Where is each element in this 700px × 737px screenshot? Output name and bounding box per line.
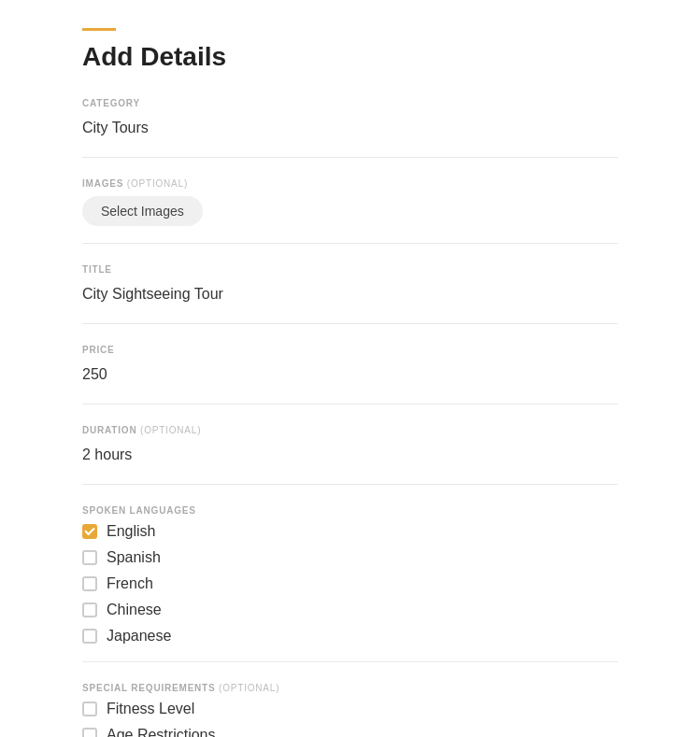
checkbox-label-age: Age Restrictions [107,727,216,737]
checkbox-japanese[interactable] [82,629,97,644]
checkbox-item-chinese[interactable]: Chinese [82,602,618,618]
duration-field: DURATION (OPTIONAL) 2 hours [82,425,618,485]
category-field: CATEGORY City Tours [82,98,618,158]
title-value: City Sightseeing Tour [82,282,618,306]
category-label: CATEGORY [82,98,618,108]
accent-bar [82,28,116,31]
spoken-languages-label: SPOKEN LANGUAGES [82,505,618,516]
checkbox-item-age[interactable]: Age Restrictions [82,727,618,737]
checkbox-spanish[interactable] [82,550,97,565]
special-requirements-field: SPECIAL REQUIREMENTS (OPTIONAL) Fitness … [82,683,618,737]
checkbox-label-french: French [107,575,153,592]
checkbox-chinese[interactable] [82,602,97,617]
category-value: City Tours [82,116,618,140]
checkbox-label-fitness: Fitness Level [107,701,194,717]
checkbox-fitness[interactable] [82,702,97,716]
duration-label: DURATION (OPTIONAL) [82,425,618,435]
checkbox-item-french[interactable]: French [82,575,618,592]
checkbox-age[interactable] [82,728,97,737]
title-field: TITLE City Sightseeing Tour [82,264,618,324]
special-requirements-label: SPECIAL REQUIREMENTS (OPTIONAL) [82,683,618,693]
checkbox-french[interactable] [82,576,97,591]
title-label: TITLE [82,264,618,275]
price-field: PRICE 250 [82,345,618,404]
checkbox-english[interactable] [82,524,97,539]
select-images-button[interactable]: Select Images [82,196,203,226]
special-requirements-list: Fitness LevelAge RestrictionsSpecial Equ… [82,701,618,737]
checkbox-item-fitness[interactable]: Fitness Level [82,701,618,717]
page-title: Add Details [82,42,618,72]
price-label: PRICE [82,345,618,355]
spoken-languages-list: EnglishSpanishFrenchChineseJapanese [82,523,618,645]
checkbox-label-chinese: Chinese [107,602,162,618]
duration-value: 2 hours [82,443,618,467]
spoken-languages-field: SPOKEN LANGUAGES EnglishSpanishFrenchChi… [82,505,618,662]
images-field: IMAGES (OPTIONAL) Select Images [82,178,618,244]
checkbox-label-japanese: Japanese [107,628,171,645]
checkbox-item-spanish[interactable]: Spanish [82,549,618,566]
checkbox-label-english: English [107,523,155,540]
checkbox-label-spanish: Spanish [107,549,161,566]
checkbox-item-japanese[interactable]: Japanese [82,628,618,645]
images-label: IMAGES (OPTIONAL) [82,178,618,189]
price-value: 250 [82,362,618,387]
checkbox-item-english[interactable]: English [82,523,618,540]
